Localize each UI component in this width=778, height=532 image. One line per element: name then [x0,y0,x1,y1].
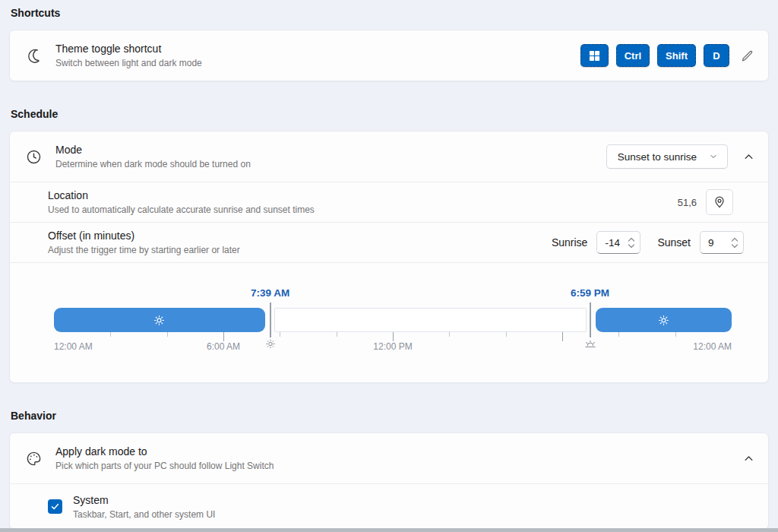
timeline-tick [562,332,563,341]
mode-dropdown-value: Sunset to sunrise [618,151,697,163]
dark-mode-bar-night-right [596,308,732,332]
offset-subtitle: Adjust the trigger time by starting earl… [48,244,552,256]
timeline-axis-label: 12:00 AM [54,341,93,352]
location-subtitle: Used to automatically calculate accurate… [48,204,678,216]
sunrise-axis-marker [264,338,276,350]
mode-dropdown[interactable]: Sunset to sunrise [606,144,728,169]
timeline-axis-label: 12:00 AM [693,341,732,352]
location-row: Location Used to automatically calculate… [10,182,768,222]
timeline-tick [506,332,507,337]
timeline-tick [110,332,111,337]
timeline-tick [449,332,450,337]
pencil-icon[interactable] [740,49,754,63]
checkmark-icon [50,502,60,511]
timeline-tick [675,332,676,337]
section-header-behavior: Behavior [11,409,767,423]
system-subtitle: Taskbar, Start, and other system UI [73,508,754,521]
dark-mode-bar-night-left [54,308,265,332]
behavior-expander-chevron-up-icon[interactable] [743,453,754,464]
offset-row: Offset (in minutes) Adjust the trigger t… [10,222,768,262]
apply-dark-mode-row: Apply dark mode to Pick which parts of y… [10,433,768,483]
key-windows[interactable] [580,44,609,67]
timeline-tick [223,332,224,341]
behavior-card: Apply dark mode to Pick which parts of y… [9,432,769,530]
shortcut-card: Theme toggle shortcut Switch between lig… [9,30,769,81]
sunrise-time-label: 7:39 AM [251,287,289,299]
map-pin-button[interactable] [706,189,733,215]
timeline-tick [280,332,280,337]
moon-icon [24,46,43,65]
timeline-tick [337,332,337,337]
timeline-tick [167,332,168,337]
palette-icon [24,450,43,467]
section-header-shortcuts: Shortcuts [11,6,767,21]
sun-icon [657,314,670,327]
sun-outline-icon [264,338,276,350]
location-value: 51,6 [678,197,697,208]
shortcut-title: Theme toggle shortcut [55,42,580,55]
sun-icon [153,314,166,327]
chevron-down-icon [709,152,718,161]
sunset-axis-marker [584,338,596,349]
offset-title: Offset (in minutes) [48,229,552,242]
timeline-axis-label: 6:00 AM [207,341,240,352]
sunset-offset-label: Sunset [657,236,691,249]
key-ctrl[interactable]: Ctrl [616,44,650,67]
timeline-tick [393,332,394,341]
sunrise-offset-label: Sunrise [552,236,587,249]
system-checkbox-row: System Taskbar, Start, and other system … [10,483,768,529]
spinner-icon[interactable] [628,236,640,249]
sunrise-offset-value: -14 [597,237,628,249]
system-checkbox[interactable] [48,499,62,514]
sunset-icon [584,338,596,349]
spinner-icon[interactable] [731,236,743,249]
sunset-time-label: 6:59 PM [571,287,609,299]
schedule-card: Mode Determine when dark mode should be … [9,131,769,383]
shortcut-subtitle: Switch between light and dark mode [55,57,580,69]
key-shift[interactable]: Shift [657,44,696,67]
map-pin-icon [712,195,727,210]
mode-title: Mode [55,143,606,157]
timeline-axis-label: 12:00 PM [373,341,412,352]
system-label: System [73,493,754,507]
timeline-tick [618,332,619,337]
shortcut-keys: CtrlShiftD [580,44,729,67]
section-header-schedule: Schedule [11,107,767,122]
mode-expander-chevron-up-icon[interactable] [743,151,754,163]
behavior-subtitle: Pick which parts of your PC should follo… [55,460,728,472]
sunset-offset-input[interactable]: 9 [700,231,744,254]
mode-row: Mode Determine when dark mode should be … [10,131,768,182]
clock-icon [24,148,43,166]
sunrise-offset-input[interactable]: -14 [596,231,640,254]
key-d[interactable]: D [704,44,729,67]
light-mode-track-day [274,308,587,332]
sunset-divider [590,302,591,337]
mode-subtitle: Determine when dark mode should be turne… [55,158,606,170]
location-title: Location [48,188,678,202]
sunset-offset-value: 9 [701,237,731,249]
windows-logo-icon [589,50,600,62]
sunrise-divider [270,302,271,337]
timeline: 7:39 AM 6:59 PM [10,262,768,382]
behavior-title: Apply dark mode to [55,445,728,458]
cutoff-content-strip [0,528,778,532]
